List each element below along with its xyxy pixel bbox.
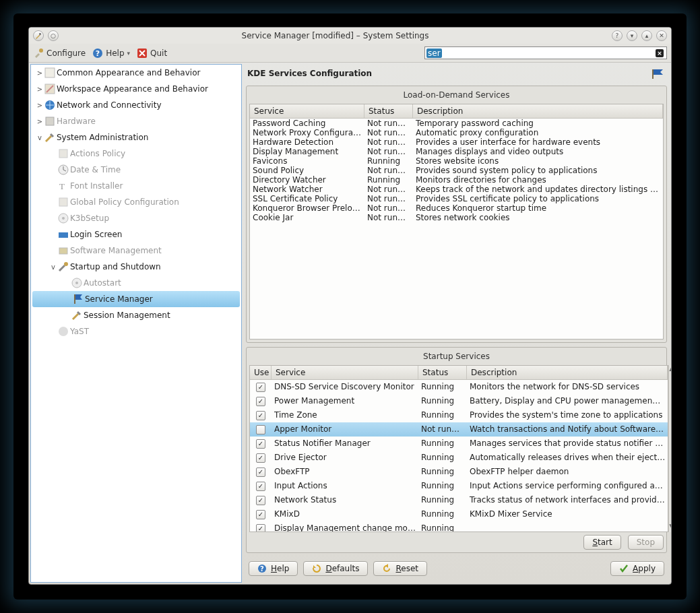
table-row[interactable]: ✓Status Notifier ManagerRunningManages s… bbox=[250, 437, 668, 451]
help-icon: ? bbox=[92, 48, 103, 59]
table-row[interactable]: Hardware DetectionNot runningProvides a … bbox=[250, 137, 663, 147]
col-status[interactable]: Status bbox=[418, 366, 467, 379]
expander-icon[interactable]: > bbox=[36, 118, 43, 125]
table-row[interactable]: Apper MonitorNot runningWatch transactio… bbox=[250, 422, 668, 437]
tree-item[interactable]: Actions Policy bbox=[31, 146, 241, 162]
tree-item[interactable]: Service Manager bbox=[32, 291, 240, 307]
tree-item[interactable]: Autostart bbox=[31, 275, 241, 291]
table-row[interactable]: Network Proxy ConfigurationNot runningAu… bbox=[250, 128, 663, 137]
start-button[interactable]: Start bbox=[583, 535, 621, 550]
use-checkbox[interactable]: ✓ bbox=[256, 439, 265, 449]
use-checkbox[interactable] bbox=[256, 425, 265, 434]
tree-item[interactable]: Session Management bbox=[31, 307, 241, 323]
configure-button[interactable]: Configure bbox=[33, 48, 86, 59]
use-checkbox[interactable]: ✓ bbox=[256, 482, 265, 491]
tree-item[interactable]: vStartup and Shutdown bbox=[31, 259, 241, 275]
table-row[interactable]: ✓KMixDRunningKMixD Mixer Service bbox=[250, 507, 668, 521]
category-tree[interactable]: >Common Appearance and Behavior>Workspac… bbox=[30, 64, 242, 583]
startup-icon bbox=[57, 260, 70, 273]
scrollbar[interactable]: ▲ ▼ bbox=[668, 365, 672, 532]
expander-icon[interactable]: v bbox=[50, 263, 57, 271]
tree-item[interactable]: >Hardware bbox=[31, 113, 241, 129]
tree-item[interactable]: Software Management bbox=[31, 243, 241, 259]
table-row[interactable]: ✓Input ActionsRunningInput Actions servi… bbox=[250, 479, 668, 493]
table-row[interactable]: Network WatcherNot runningKeeps track of… bbox=[250, 185, 663, 194]
defaults-button[interactable]: Defaults bbox=[303, 561, 368, 576]
scroll-up-icon[interactable]: ▲ bbox=[669, 365, 672, 375]
stop-button[interactable]: Stop bbox=[628, 535, 664, 550]
table-row[interactable]: ✓Drive EjectorRunningAutomatically relea… bbox=[250, 451, 668, 465]
use-checkbox[interactable]: ✓ bbox=[256, 467, 265, 477]
tree-item[interactable]: YaST bbox=[31, 323, 241, 340]
table-row[interactable]: Sound PolicyNot runningProvides sound sy… bbox=[250, 166, 663, 175]
col-service[interactable]: Service bbox=[272, 366, 418, 379]
tree-item[interactable]: Login Screen bbox=[31, 226, 241, 243]
use-checkbox[interactable]: ✓ bbox=[256, 383, 265, 392]
tree-item[interactable]: TFont Installer bbox=[31, 178, 241, 194]
table-row[interactable]: SSL Certificate PolicyNot runningProvide… bbox=[250, 194, 663, 203]
use-checkbox[interactable]: ✓ bbox=[256, 510, 265, 519]
tree-item[interactable]: >Common Appearance and Behavior bbox=[31, 65, 241, 81]
table-row[interactable]: ✓Display Management change monitorRunnin… bbox=[250, 521, 668, 531]
quit-button[interactable]: Quit bbox=[137, 48, 167, 59]
lod-table[interactable]: Service Status Description Password Cach… bbox=[249, 104, 664, 340]
table-row[interactable]: Cookie JarNot runningStores network cook… bbox=[250, 213, 663, 222]
svg-rect-8 bbox=[46, 117, 54, 125]
table-row[interactable]: ✓Time ZoneRunningProvides the system's t… bbox=[250, 408, 668, 422]
tree-item[interactable]: vSystem Administration bbox=[31, 129, 241, 146]
window-title: Service Manager [modified] – System Sett… bbox=[59, 31, 612, 40]
tree-item[interactable]: Date & Time bbox=[31, 162, 241, 178]
help-button[interactable]: ? Help ▾ bbox=[92, 48, 130, 59]
tree-label: Service Manager bbox=[85, 294, 153, 304]
table-row[interactable]: Display ManagementNot runningManages dis… bbox=[250, 147, 663, 156]
use-checkbox[interactable]: ✓ bbox=[256, 496, 265, 505]
search-input[interactable]: ser × bbox=[424, 46, 667, 59]
help-footer-button[interactable]: ? Help bbox=[249, 561, 298, 576]
reset-button[interactable]: Reset bbox=[373, 561, 427, 576]
col-service[interactable]: Service bbox=[250, 104, 364, 118]
table-row[interactable]: ✓ObexFTPRunningObexFTP helper daemon bbox=[250, 465, 668, 479]
svg-text:T: T bbox=[59, 181, 65, 191]
col-status[interactable]: Status bbox=[364, 104, 413, 118]
table-row[interactable]: ✓Network StatusRunningTracks status of n… bbox=[250, 493, 668, 507]
tree-item[interactable]: >Network and Connectivity bbox=[31, 97, 241, 113]
apply-button[interactable]: Apply bbox=[610, 561, 664, 576]
tree-item[interactable]: >Workspace Appearance and Behavior bbox=[31, 81, 241, 97]
wrench-icon bbox=[33, 48, 44, 59]
table-row[interactable]: FaviconsRunningStores website icons bbox=[250, 156, 663, 166]
use-checkbox[interactable]: ✓ bbox=[256, 397, 265, 406]
svg-rect-23 bbox=[652, 69, 654, 79]
scroll-down-icon[interactable]: ▼ bbox=[669, 523, 672, 532]
table-row[interactable]: Password CachingNot runningTemporary pas… bbox=[250, 119, 663, 128]
table-row[interactable]: ✓DNS-SD Service Discovery MonitorRunning… bbox=[250, 380, 668, 394]
table-row[interactable]: ✓Power ManagementRunningBattery, Display… bbox=[250, 394, 668, 408]
col-desc[interactable]: Description bbox=[413, 104, 663, 118]
col-use[interactable]: Use bbox=[250, 366, 272, 379]
expander-icon[interactable]: > bbox=[36, 86, 43, 93]
tree-label: Actions Policy bbox=[70, 149, 125, 158]
svg-point-1 bbox=[39, 49, 43, 53]
maximize-icon[interactable]: ▴ bbox=[641, 30, 652, 41]
help-window-icon[interactable]: ? bbox=[612, 30, 623, 41]
window-config-icon[interactable] bbox=[33, 30, 44, 41]
use-checkbox[interactable]: ✓ bbox=[256, 453, 265, 463]
window-sticky-icon[interactable]: ○ bbox=[48, 30, 59, 41]
tree-item[interactable]: K3bSetup bbox=[31, 210, 241, 226]
tree-item[interactable]: Global Policy Configuration bbox=[31, 194, 241, 210]
expander-icon[interactable]: > bbox=[36, 69, 43, 77]
svg-rect-17 bbox=[59, 248, 67, 254]
clear-search-icon[interactable]: × bbox=[656, 49, 664, 57]
table-row[interactable]: Directory WatcherRunningMonitors directo… bbox=[250, 175, 663, 185]
table-row[interactable]: Konqueror Browser PreloaderNot runningRe… bbox=[250, 203, 663, 213]
use-checkbox[interactable]: ✓ bbox=[256, 411, 265, 420]
expander-icon[interactable]: > bbox=[36, 102, 43, 109]
col-desc[interactable]: Description bbox=[467, 366, 668, 379]
startup-table[interactable]: Use Service Status Description ✓DNS-SD S… bbox=[249, 365, 668, 532]
system-icon bbox=[43, 131, 57, 144]
minimize-icon[interactable]: ▾ bbox=[627, 30, 637, 41]
tree-label: Login Screen bbox=[70, 230, 122, 239]
use-checkbox[interactable]: ✓ bbox=[256, 524, 265, 532]
close-icon[interactable]: ✕ bbox=[656, 30, 667, 41]
expander-icon[interactable]: v bbox=[36, 134, 43, 141]
help-icon: ? bbox=[257, 564, 267, 573]
